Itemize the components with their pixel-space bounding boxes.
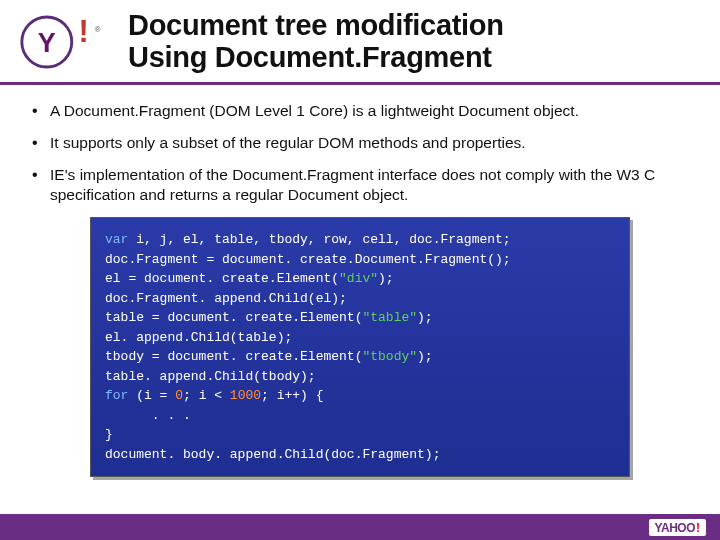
- slide-content: A Document.Fragment (DOM Level 1 Core) i…: [0, 85, 720, 478]
- slide-footer: YAHOO!: [0, 514, 720, 540]
- title-line-1: Document tree modification: [128, 10, 504, 42]
- svg-text:®: ®: [95, 25, 101, 34]
- yahoo-logo: Y ! ®: [18, 13, 114, 71]
- list-item: A Document.Fragment (DOM Level 1 Core) i…: [30, 101, 690, 121]
- slide-title: Document tree modification Using Documen…: [128, 10, 504, 74]
- footer-brand-text: YAHOO: [655, 521, 695, 535]
- svg-text:Y: Y: [38, 27, 56, 57]
- bullet-list: A Document.Fragment (DOM Level 1 Core) i…: [30, 101, 690, 206]
- svg-text:!: !: [78, 14, 88, 49]
- list-item: It supports only a subset of the regular…: [30, 133, 690, 153]
- slide-header: Y ! ® Document tree modification Using D…: [0, 0, 720, 85]
- footer-yahoo-logo: YAHOO!: [649, 519, 706, 536]
- code-sample: var i, j, el, table, tbody, row, cell, d…: [90, 217, 630, 477]
- title-line-2: Using Document.Fragment: [128, 42, 504, 74]
- list-item: IE's implementation of the Document.Frag…: [30, 165, 690, 205]
- exclaim-icon: !: [696, 521, 700, 535]
